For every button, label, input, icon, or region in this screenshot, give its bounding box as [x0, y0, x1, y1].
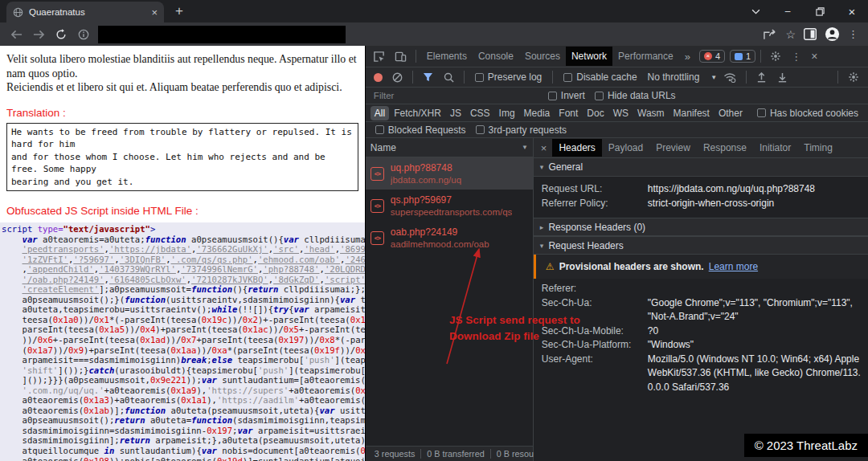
type-filter-all[interactable]: All [371, 106, 389, 120]
more-tabs-icon[interactable]: » [681, 51, 694, 63]
reload-icon[interactable] [51, 25, 71, 44]
code-line: sdasmimimoisgiinn=sdasmimimoisgiinn-0x19… [2, 426, 364, 436]
code-line: ]());}}}(a0pseamuusmsoit,0x9e221));var s… [2, 375, 364, 386]
request-row[interactable]: <>oab.php?24149aadilmehmood.com/oab [366, 222, 533, 254]
code-line: a0teaoremis(0x1a3)+a0teaoremis(0x1a1),'h… [2, 395, 364, 406]
type-filter-font[interactable]: Font [555, 106, 582, 120]
network-conditions-icon[interactable] [719, 72, 740, 83]
minimize-button[interactable]: – [772, 0, 804, 22]
devtools-tab-sources[interactable]: Sources [519, 47, 566, 66]
devtools-tab-network[interactable]: Network [566, 47, 612, 66]
site-info-icon[interactable] [74, 25, 93, 44]
record-network-log-icon[interactable] [374, 73, 383, 82]
response-headers-section-header[interactable]: ▸ Response Headers (0) [534, 218, 868, 236]
devtools-tab-elements[interactable]: Elements [421, 47, 473, 66]
third-party-requests-checkbox[interactable]: 3rd-party requests [476, 124, 567, 136]
tab-search-chevron-icon[interactable] [739, 0, 772, 22]
devtools-close-icon[interactable]: × [807, 50, 821, 63]
import-har-icon[interactable] [752, 72, 771, 83]
back-icon[interactable] [6, 25, 26, 44]
search-icon[interactable] [440, 72, 458, 83]
blocked-requests-checkbox[interactable]: Blocked Requests [375, 124, 466, 136]
new-tab-button[interactable]: + [175, 6, 183, 16]
type-filter-other[interactable]: Other [714, 106, 747, 120]
type-filter-fetch-xhr[interactable]: Fetch/XHR [390, 106, 445, 120]
browser-menu-icon[interactable]: ⋮ [848, 28, 858, 40]
code-line: '/oab.php?24149','6164805cLbOxw','721028… [2, 275, 364, 285]
status-item: 0 B resou [490, 449, 539, 459]
address-bar-redacted[interactable] [98, 26, 346, 43]
type-filter-ws[interactable]: WS [609, 106, 633, 120]
details-tab-headers[interactable]: Headers [552, 139, 601, 157]
maximize-button[interactable] [804, 0, 836, 22]
details-tab-response[interactable]: Response [697, 139, 753, 157]
code-line: '1zZVFtI','?59697','3DIQnFB','.com/qs/qs… [2, 255, 364, 265]
request-row[interactable]: <>qs.php?59697superspeedtransports.com/q… [366, 190, 533, 222]
code-line: a0uteta,teapsimerobu=usittsraeintv();whi… [2, 304, 364, 315]
status-item: 3 requests [369, 449, 420, 459]
error-badge[interactable]: × 4 [699, 50, 725, 63]
details-tab-payload[interactable]: Payload [602, 139, 649, 157]
details-tab-preview[interactable]: Preview [649, 139, 697, 157]
devtools-menu-icon[interactable]: ⋮ [787, 51, 805, 63]
bookmark-star-icon[interactable]: ☆ [785, 28, 796, 41]
tab-close-icon[interactable]: × [151, 7, 158, 18]
code-line: a0teaoremis(0x1ab)];function a0uteta(pse… [2, 406, 364, 416]
script-file-icon: <> [371, 231, 384, 245]
learn-more-link[interactable]: Learn more [709, 261, 758, 272]
forward-icon[interactable] [29, 25, 48, 44]
header-key: Referrer Policy: [542, 197, 648, 211]
has-blocked-cookies-checkbox[interactable]: Has blocked cookies [757, 108, 858, 119]
type-filter-media[interactable]: Media [520, 106, 555, 120]
web-page-content: Velit soluta libero molestiae blanditiis… [0, 46, 365, 461]
name-column-header[interactable]: Name ▼ [366, 138, 533, 157]
request-headers-section-header[interactable]: ▾ Request Headers [534, 236, 868, 255]
header-key: Request URL: [542, 182, 648, 197]
profile-avatar[interactable] [825, 27, 840, 42]
inspect-element-icon[interactable] [369, 51, 389, 63]
browser-window: Quaeratnatus × + – × [0, 0, 868, 461]
device-toolbar-icon[interactable] [391, 51, 411, 63]
header-value: ?0 [648, 324, 862, 339]
hide-data-urls-checkbox[interactable]: Hide data URLs [595, 90, 676, 101]
type-filter-img[interactable]: Img [495, 106, 519, 120]
type-filter-css[interactable]: CSS [466, 106, 494, 120]
header-value: Mozilla/5.0 (Windows NT 10.0; Win64; x64… [648, 353, 862, 395]
type-filter-doc[interactable]: Doc [583, 106, 608, 120]
close-details-icon[interactable]: × [535, 142, 553, 154]
code-line: 'createElement'];a0pseamuusmsoit=functio… [2, 284, 364, 295]
code-line: script type="text/javascript"> [2, 224, 364, 235]
export-har-icon[interactable] [773, 72, 792, 83]
request-row[interactable]: <>uq.php?88748jbdata.com.ng/uq [366, 157, 533, 190]
invert-checkbox[interactable]: Invert [548, 90, 585, 101]
network-settings-gear-icon[interactable] [844, 71, 863, 83]
type-filter-wasm[interactable]: Wasm [633, 106, 669, 120]
lorem-paragraph: Velit soluta libero molestiae blanditiis… [6, 52, 360, 95]
disable-cache-checkbox[interactable]: Disable cache [563, 71, 637, 83]
code-line: 'shift']());}catch(urasooibuldt){teapsim… [2, 365, 364, 376]
share-icon[interactable] [764, 29, 777, 40]
annotation-text: JS Script send request to Download Zip f… [449, 312, 626, 345]
code-block: script type="text/javascript"> var a0tea… [0, 222, 365, 461]
type-filter-js[interactable]: JS [446, 106, 465, 120]
devtools-tab-console[interactable]: Console [473, 47, 519, 66]
type-filter-manifest[interactable]: Manifest [669, 106, 714, 120]
devtools-tab-performance[interactable]: Performance [612, 47, 679, 66]
browser-tab[interactable]: Quaeratnatus × [6, 2, 164, 22]
general-section-header[interactable]: ▾ General [534, 158, 868, 177]
window-controls: – × [739, 0, 868, 22]
preserve-log-checkbox[interactable]: Preserve log [475, 71, 542, 83]
devtools-settings-gear-icon[interactable] [766, 51, 785, 62]
filter-input[interactable]: Filter [371, 91, 543, 100]
side-panel-icon[interactable] [804, 28, 817, 40]
code-line: atqueillocumque in suntlaudantium){var n… [2, 446, 364, 456]
network-filter-row: Filter Invert Hide data URLs [366, 88, 868, 104]
issues-badge[interactable]: 1 [730, 50, 755, 63]
throttling-select[interactable]: No throttling ▼ [648, 71, 718, 83]
clear-network-log-icon[interactable] [388, 72, 407, 83]
details-tab-initiator[interactable]: Initiator [753, 139, 797, 157]
code-line: (0x1a7))/0x9)+parseInt(teesa(0x1aa))/0xa… [2, 345, 364, 356]
window-close-button[interactable]: × [836, 0, 868, 22]
details-tab-timing[interactable]: Timing [797, 139, 839, 157]
filter-funnel-icon[interactable] [419, 72, 437, 82]
